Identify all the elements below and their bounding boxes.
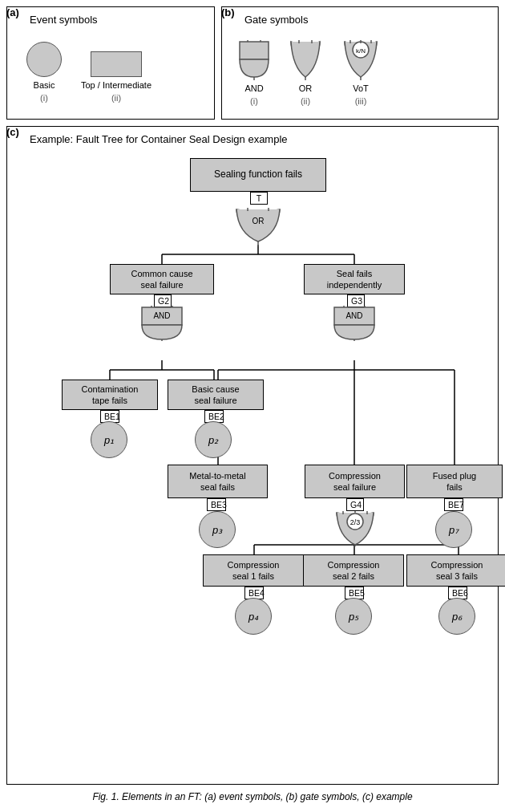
panel-a: (a) Event symbols Basic (i) Top / Interm… [6, 6, 215, 120]
p2-circle: p₂ [195, 421, 232, 458]
panel-b: (b) Gate symbols AND (i) [221, 6, 499, 120]
be7-label: BE7 [444, 498, 463, 511]
svg-rect-0 [240, 42, 269, 59]
be5-node: Compressionseal 2 fails [303, 554, 404, 587]
and-gate-g2: AND [140, 306, 184, 341]
vot-gate-icon: k/N [339, 40, 382, 80]
svg-text:OR: OR [252, 217, 265, 225]
be6-node: Compressionseal 3 fails [406, 554, 505, 587]
and-gate-g3: AND [333, 306, 376, 341]
top-row: (a) Event symbols Basic (i) Top / Interm… [6, 6, 499, 120]
vot-label: VoT [353, 83, 369, 93]
g3-node: Seal failsindependently [304, 264, 405, 294]
svg-text:AND: AND [153, 311, 170, 320]
svg-text:2/3: 2/3 [350, 518, 361, 526]
or-gate-main: OR [233, 208, 283, 246]
intermediate-event-symbol: Top / Intermediate (ii) [81, 51, 152, 103]
and-gate-icon [236, 40, 272, 80]
g4-node: Compressionseal failure [305, 465, 405, 498]
or-gate-icon [288, 40, 323, 80]
top-label: T [250, 192, 268, 205]
main-container: (a) Event symbols Basic (i) Top / Interm… [0, 0, 505, 809]
p1-circle: p₁ [91, 421, 127, 458]
p5-circle: p₅ [335, 598, 372, 635]
fault-tree: Sealing function fails T OR Common cause… [14, 152, 491, 777]
vot-sub: (iii) [355, 96, 367, 106]
be7-node: Fused plugfails [406, 465, 503, 498]
basic-label: Basic [34, 80, 55, 90]
g2-node: Common causeseal failure [110, 264, 214, 294]
be3-node: Metal-to-metalseal fails [168, 465, 268, 498]
panel-c-label: (c) [6, 126, 19, 138]
intermediate-sub: (ii) [111, 93, 121, 103]
and-label: AND [244, 83, 263, 93]
panel-b-label: (b) [221, 6, 235, 18]
gate-symbols: AND (i) OR (ii) [228, 34, 491, 112]
panel-c-title: Example: Fault Tree for Container Seal D… [30, 133, 491, 145]
and-gate-symbol: AND (i) [236, 40, 272, 106]
be4-node: Compressionseal 1 fails [203, 554, 304, 587]
or-label: OR [299, 83, 313, 93]
g4-label: G4 [346, 498, 364, 511]
event-symbols: Basic (i) Top / Intermediate (ii) [14, 34, 208, 111]
intermediate-rect-icon [91, 51, 142, 77]
panel-a-label: (a) [6, 6, 19, 18]
intermediate-label: Top / Intermediate [81, 80, 152, 90]
figure-caption: Fig. 1. Elements in an FT: (a) event sym… [6, 791, 499, 802]
panel-b-title: Gate symbols [244, 14, 491, 26]
vot-gate-symbol: k/N VoT (iii) [339, 40, 382, 106]
top-node: Sealing function fails [190, 158, 326, 192]
p4-circle: p₄ [235, 598, 272, 635]
svg-text:k/N: k/N [356, 47, 366, 55]
svg-text:AND: AND [345, 311, 362, 320]
or-sub: (ii) [301, 96, 310, 106]
or-gate-symbol: OR (ii) [288, 40, 323, 106]
vot-gate-g4: 2/3 [333, 511, 377, 546]
basic-sub: (i) [40, 93, 48, 103]
be2-node: Basic causeseal failure [168, 380, 264, 410]
basic-circle-icon [26, 42, 62, 77]
panel-c: (c) Example: Fault Tree for Container Se… [6, 126, 499, 785]
p6-circle: p₆ [438, 598, 475, 635]
be1-node: Contaminationtape fails [62, 380, 158, 410]
panel-a-title: Event symbols [30, 14, 208, 26]
be3-label: BE3 [207, 498, 226, 511]
p3-circle: p₃ [199, 511, 236, 548]
and-sub: (i) [250, 96, 258, 106]
basic-event-symbol: Basic (i) [26, 42, 62, 103]
p7-circle: p₇ [435, 511, 472, 548]
